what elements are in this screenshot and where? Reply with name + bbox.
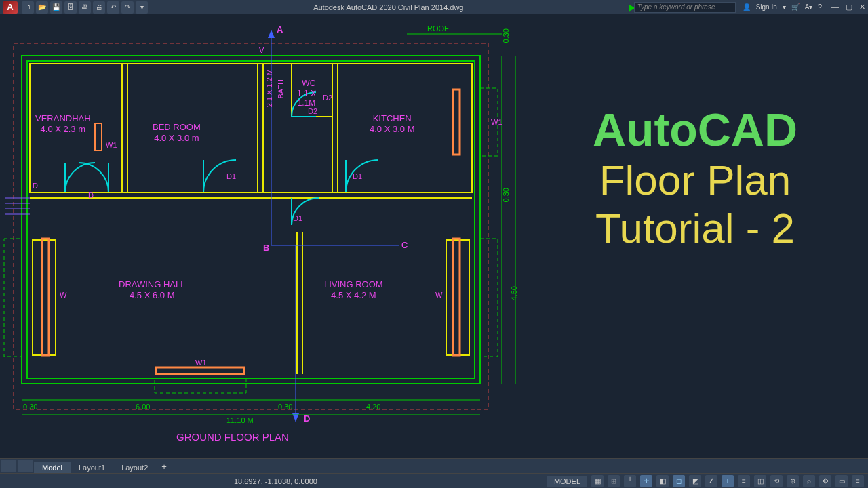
ortho-icon[interactable]: └ — [624, 475, 636, 487]
exchange-icon[interactable]: 🛒 — [791, 3, 800, 11]
svg-rect-33 — [95, 123, 102, 150]
dim-600: 6.00 — [136, 403, 150, 411]
door-d-2: D — [88, 191, 94, 199]
vent-v: V — [259, 46, 264, 54]
model-space-button[interactable]: MODEL — [547, 476, 587, 487]
help-icon[interactable]: ? — [818, 3, 822, 11]
3dosnap-icon[interactable]: ◩ — [689, 475, 701, 487]
svg-rect-16 — [33, 240, 56, 355]
dim-030-3: 0.30 — [502, 188, 510, 202]
qat-dropdown-icon[interactable]: ▾ — [136, 1, 148, 14]
account-group: 👤 Sign In ▾ 🛒 A▾ ? — [743, 3, 822, 11]
section-a: A — [277, 24, 283, 35]
tab-layout1[interactable]: Layout1 — [71, 462, 113, 473]
svg-rect-17 — [446, 240, 469, 355]
dim-450: 4.50 — [510, 286, 518, 300]
svg-rect-32 — [156, 367, 244, 374]
svg-rect-2 — [27, 61, 475, 378]
overlay-line2: Floor Plan — [536, 156, 854, 204]
dim-030-1: 0.30 — [23, 403, 37, 411]
room-bedroom: BED ROOM4.0 X 3.0 m — [153, 122, 201, 143]
close-button[interactable]: ✕ — [859, 3, 865, 12]
otrack-icon[interactable]: ∠ — [705, 475, 717, 487]
door-d1-1: D1 — [226, 172, 236, 180]
status-bar: 18.6927, -1.1038, 0.0000 MODEL ▦ ⊞ └ ✛ ◧… — [0, 473, 868, 488]
cycling-icon[interactable]: ⟲ — [770, 475, 783, 487]
section-c: C — [401, 240, 408, 250]
app-menu-icon[interactable]: A▾ — [805, 3, 813, 11]
win-w-2: W — [435, 291, 442, 299]
undo-icon[interactable]: ↶ — [107, 1, 119, 14]
workspace-icon[interactable]: ⚙ — [819, 475, 831, 487]
section-d: D — [304, 413, 310, 424]
dim-030-top: 0.30 — [502, 28, 510, 43]
units-icon[interactable]: ⌕ — [803, 475, 815, 487]
snap-icon[interactable]: ⊞ — [608, 475, 620, 487]
svg-rect-1 — [22, 56, 480, 384]
annomonitor-icon[interactable]: ⊕ — [787, 475, 799, 487]
plot-icon[interactable]: 🖶 — [79, 1, 91, 14]
section-b: B — [263, 243, 269, 253]
tab-layout2[interactable]: Layout2 — [113, 462, 156, 473]
save-icon[interactable]: 💾 — [50, 1, 62, 14]
search-input[interactable]: Type a keyword or phrase — [634, 2, 736, 13]
transparency-icon[interactable]: ◫ — [754, 475, 766, 487]
window-title: Autodesk AutoCAD 2020 Civil Plan 2014.dw… — [149, 3, 628, 12]
title-bar: A 🗋 📂 💾 🗄 🖶 🖨 ↶ ↷ ▾ Autodesk AutoCAD 202… — [0, 0, 868, 15]
plan-title: GROUND FLOOR PLAN — [176, 431, 289, 443]
overlay-line3: Tutorial - 2 — [536, 204, 854, 252]
room-drawing: DRAWING HALL4.5 X 6.0 M — [119, 279, 185, 300]
win-w-1: W — [60, 291, 66, 299]
svg-marker-27 — [268, 30, 275, 38]
room-living: LIVING ROOM4.5 X 4.2 M — [324, 279, 383, 300]
drawing-canvas[interactable]: VERANDHAH4.0 X 2.3 m BED ROOM4.0 X 3.0 m… — [0, 15, 868, 458]
dim-1110: 11.10 M — [226, 416, 254, 424]
autocad-logo-icon[interactable]: A — [3, 1, 18, 14]
signin-icon[interactable]: 👤 — [743, 3, 751, 11]
overlay-title: AutoCAD Floor Plan Tutorial - 2 — [536, 103, 854, 252]
open-icon[interactable]: 📂 — [36, 1, 48, 14]
win-w1-1: W1 — [106, 141, 117, 149]
osnap-icon[interactable]: ◻ — [673, 475, 685, 487]
room-verandhah: VERANDHAH4.0 X 2.3 m — [35, 113, 91, 134]
status-tools: ▦ ⊞ └ ✛ ◧ ◻ ◩ ∠ + ≡ ◫ ⟲ ⊕ ⌕ ⚙ ▭ ≡ — [591, 475, 864, 487]
layout-prev-icon[interactable] — [18, 460, 33, 472]
grid-icon[interactable]: ▦ — [591, 475, 604, 487]
win-w1-2: W1 — [491, 118, 502, 126]
maximize-button[interactable]: ▢ — [846, 3, 852, 12]
saveas-icon[interactable]: 🗄 — [64, 1, 77, 14]
isodraft-icon[interactable]: ◧ — [656, 475, 669, 487]
door-d2-2: D2 — [323, 94, 332, 102]
window-controls: — ▢ ✕ — [831, 3, 865, 12]
dim-420: 4.20 — [366, 403, 380, 411]
overlay-line1: AutoCAD — [536, 103, 854, 156]
redo-icon[interactable]: ↷ — [121, 1, 134, 14]
lineweight-icon[interactable]: ≡ — [738, 475, 750, 487]
room-wc: WC1.1 X 1.1M — [297, 69, 316, 108]
model-tabs: Model Layout1 Layout2 + — [0, 458, 868, 473]
svg-rect-39 — [155, 378, 246, 393]
svg-rect-31 — [453, 89, 460, 155]
new-icon[interactable]: 🗋 — [22, 1, 34, 14]
door-d-1: D — [33, 182, 38, 190]
customize-icon[interactable]: ≡ — [852, 475, 864, 487]
minimize-button[interactable]: — — [831, 3, 839, 12]
print-icon[interactable]: 🖨 — [93, 1, 105, 14]
clean-icon[interactable]: ▭ — [835, 475, 848, 487]
door-d2-1: D2 — [308, 107, 317, 115]
signin-dropdown-icon[interactable]: ▾ — [783, 3, 786, 11]
room-bath-dim: 2.1 X 1.2 M — [265, 69, 274, 107]
roof-label: ROOF — [427, 24, 449, 33]
svg-rect-41 — [480, 239, 498, 357]
win-w1-3: W1 — [195, 359, 207, 367]
tab-add[interactable]: + — [156, 460, 172, 473]
room-bath: BATH — [277, 79, 285, 99]
layout-grid-icon[interactable] — [1, 460, 16, 472]
quick-access-toolbar: 🗋 📂 💾 🗄 🖶 🖨 ↶ ↷ ▾ — [22, 1, 148, 14]
signin-link[interactable]: Sign In — [756, 3, 777, 11]
room-kitchen: KITCHEN4.0 X 3.0 M — [370, 113, 414, 134]
svg-rect-0 — [14, 43, 488, 409]
dyninput-icon[interactable]: + — [722, 475, 734, 487]
tab-model[interactable]: Model — [34, 462, 71, 473]
polar-icon[interactable]: ✛ — [640, 475, 652, 487]
